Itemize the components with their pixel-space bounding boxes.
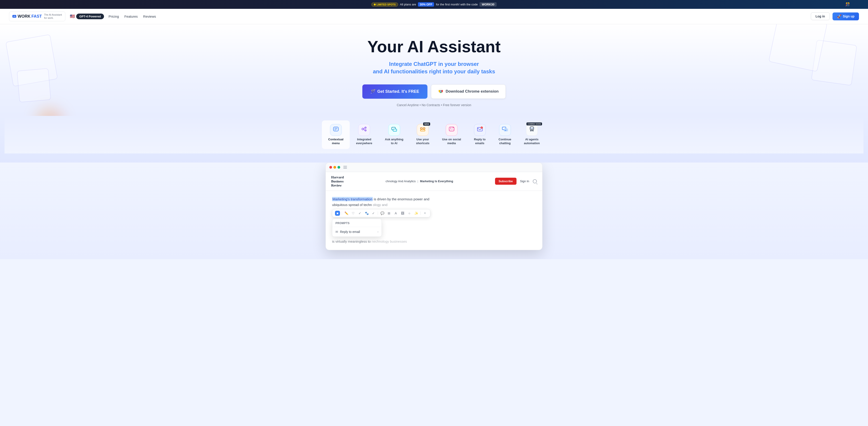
login-button[interactable]: Log in bbox=[811, 12, 830, 20]
menu-bar-2 bbox=[343, 167, 347, 168]
continue-chatting-label: Continuechatting bbox=[499, 138, 511, 145]
announcement-prefix: All plans are bbox=[400, 3, 416, 6]
tagline-line1: The AI Assistant bbox=[44, 13, 62, 16]
toolbar-image-icon[interactable]: 🖼 bbox=[400, 211, 405, 216]
svg-point-3 bbox=[440, 90, 441, 91]
toolbar-heart-icon[interactable]: ♡ bbox=[350, 211, 355, 216]
hbr-signin[interactable]: Sign In bbox=[520, 179, 529, 183]
signup-button[interactable]: 🚀 Sign up bbox=[833, 12, 859, 20]
feature-continue-chatting[interactable]: Continuechatting bbox=[492, 120, 518, 149]
spots-badge: LIMITED SPOTS bbox=[371, 2, 398, 6]
hbr-logo: Harvard Business Review bbox=[331, 175, 344, 188]
toolbar-paw-icon[interactable]: 🐾 bbox=[364, 211, 369, 216]
nav-right: Log in 🚀 Sign up bbox=[811, 12, 859, 20]
hero-subtitle-line1: Integrate ChatGPT in your browser bbox=[4, 60, 864, 68]
browser-controls bbox=[329, 166, 340, 169]
prompts-dropdown: Prompts ✉ Reply to email › bbox=[332, 219, 382, 237]
gpt-badge: GPT-4 Powered bbox=[76, 13, 104, 19]
contextual-menu-label: Contextualmenu bbox=[328, 138, 343, 145]
ask-anything-icon bbox=[391, 126, 397, 134]
svg-point-19 bbox=[450, 127, 451, 129]
svg-point-27 bbox=[530, 128, 531, 129]
hero-buttons: 🪄 Get Started. It's FREE Download Chrome… bbox=[4, 84, 864, 99]
announcement-suffix: for the first month! with the code bbox=[436, 3, 477, 6]
hbr-nav: chnology And Analytics | Marketing Is Ev… bbox=[385, 179, 453, 183]
svg-point-5 bbox=[362, 128, 364, 130]
nav-features[interactable]: Features bbox=[124, 15, 138, 18]
integrated-icon bbox=[361, 126, 367, 134]
article-highlight: Marketing's transformation bbox=[332, 197, 373, 201]
hbr-nav-sep: | bbox=[417, 179, 418, 183]
toolbar-sparkle-icon[interactable]: ✨ bbox=[414, 211, 418, 216]
hbr-search-icon[interactable] bbox=[533, 179, 537, 183]
hbr-header: Harvard Business Review chnology And Ana… bbox=[326, 172, 542, 191]
feature-ask-anything[interactable]: Ask anythingto AI bbox=[379, 120, 410, 149]
prompts-header: Prompts bbox=[332, 219, 381, 227]
navbar: AI WORK FAST The AI Assistant for work. … bbox=[0, 9, 868, 24]
toolbar-div-1 bbox=[342, 211, 342, 215]
svg-line-9 bbox=[364, 130, 365, 130]
toolbar-close-icon[interactable]: × bbox=[423, 211, 428, 216]
toolbar-a-icon[interactable]: A bbox=[393, 211, 398, 216]
svg-point-6 bbox=[365, 127, 366, 129]
signup-label: Sign up bbox=[843, 15, 855, 18]
social-label: Use on socialmedia bbox=[442, 138, 461, 145]
context-toolbar: ■ ✏️ ♡ ✓ 🐾 ✓ 💬 ⊞ A 🖼 ○ ✨ × bbox=[332, 209, 430, 217]
browser-maximize-dot bbox=[338, 166, 340, 169]
feature-use-shortcuts[interactable]: NEW Use yourshortcuts bbox=[410, 120, 436, 149]
feature-social-media[interactable]: Use on socialmedia bbox=[436, 120, 467, 149]
toolbar-pen-icon[interactable]: ✏️ bbox=[344, 211, 349, 216]
ask-anything-icon-wrap bbox=[388, 124, 400, 136]
nav-tagline: The AI Assistant for work. bbox=[44, 13, 62, 20]
hbr-subscribe-button[interactable]: Subscribe bbox=[495, 178, 517, 185]
menu-bar-3 bbox=[343, 168, 347, 169]
get-started-label: Get Started. It's FREE bbox=[377, 89, 419, 94]
svg-point-14 bbox=[396, 130, 396, 131]
integrated-icon-wrap bbox=[358, 124, 370, 136]
tagline-line2: for work. bbox=[44, 16, 62, 20]
confetti-decoration: 🎊 bbox=[845, 2, 850, 6]
toolbar-blue-square[interactable]: ■ bbox=[335, 211, 340, 216]
hbr-actions: Subscribe Sign In bbox=[495, 178, 537, 185]
svg-point-28 bbox=[532, 128, 533, 129]
prompt-reply-email-label: Reply to email bbox=[340, 229, 360, 234]
browser-menu-icon bbox=[343, 165, 347, 170]
spots-dot bbox=[374, 4, 376, 5]
toolbar-check2-icon[interactable]: ✓ bbox=[371, 211, 376, 216]
toolbar-grid-icon[interactable]: ⊞ bbox=[386, 211, 392, 216]
prompt-reply-email[interactable]: ✉ Reply to email › bbox=[332, 227, 381, 236]
demo-section: Harvard Business Review chnology And Ana… bbox=[0, 163, 868, 259]
toolbar-circle-icon[interactable]: ○ bbox=[407, 211, 412, 216]
svg-point-12 bbox=[394, 130, 394, 131]
nav-pricing[interactable]: Pricing bbox=[108, 15, 119, 18]
hero-subtitle: Integrate ChatGPT in your browser and AI… bbox=[4, 60, 864, 75]
reply-email-icon: ✉ bbox=[336, 229, 338, 234]
social-icon bbox=[448, 126, 455, 134]
browser-mockup: Harvard Business Review chnology And Ana… bbox=[326, 163, 542, 250]
nav-reviews[interactable]: Reviews bbox=[143, 15, 156, 18]
feature-ai-agents[interactable]: COMING SOON AI agentsautomation bbox=[518, 120, 546, 149]
svg-text:1: 1 bbox=[481, 127, 482, 129]
nav-left: AI WORK FAST The AI Assistant for work. … bbox=[9, 11, 156, 21]
toolbar-comment-icon[interactable]: 💬 bbox=[380, 211, 385, 216]
contextual-menu-icon bbox=[333, 126, 339, 134]
continue-chatting-icon-wrap bbox=[499, 124, 511, 136]
toolbar-check-icon[interactable]: ✓ bbox=[358, 211, 362, 216]
article-text-line4: is virtually meaningless to nechnology b… bbox=[332, 238, 536, 245]
flag-icon: 🇺🇸 bbox=[70, 14, 75, 19]
chrome-icon bbox=[438, 88, 443, 95]
feature-integrated-everywhere[interactable]: Integratedeverywhere bbox=[350, 120, 379, 149]
features-row: Contextualmenu Integratedeverywhere bbox=[4, 116, 864, 153]
svg-line-8 bbox=[364, 128, 365, 129]
feature-contextual-menu[interactable]: Contextualmenu bbox=[322, 120, 350, 149]
svg-point-7 bbox=[365, 130, 366, 131]
promo-code: WORK30 bbox=[479, 2, 497, 6]
feature-reply-emails[interactable]: 1 Reply toemails bbox=[467, 120, 492, 149]
article-content: Marketing's transformation is driven by … bbox=[326, 191, 542, 250]
logo-fast: FAST bbox=[31, 14, 42, 19]
article-text: Marketing's transformation is driven by … bbox=[332, 196, 536, 202]
get-started-button[interactable]: 🪄 Get Started. It's FREE bbox=[362, 84, 427, 99]
chrome-button-label: Download Chrome extension bbox=[446, 89, 499, 94]
discount-badge: 30% OFF bbox=[418, 2, 434, 6]
chrome-extension-button[interactable]: Download Chrome extension bbox=[431, 84, 506, 99]
